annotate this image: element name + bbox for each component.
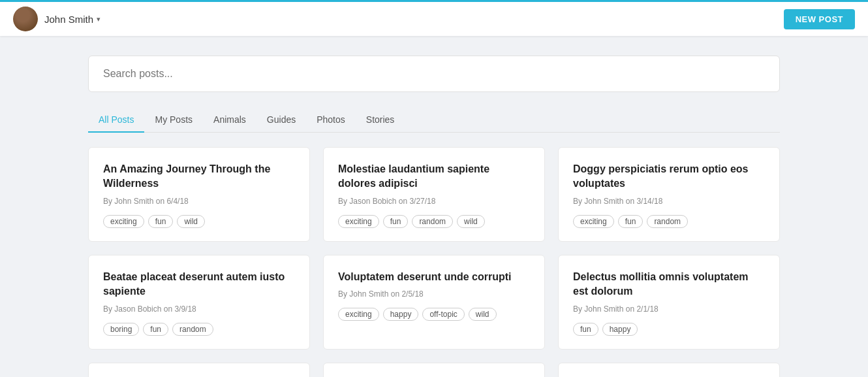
tag[interactable]: wild (469, 308, 497, 321)
tag[interactable]: wild (177, 215, 205, 228)
post-title: An Amazing Journey Through the Wildernes… (103, 162, 295, 191)
tab-guides[interactable]: Guides (256, 108, 306, 133)
username-dropdown[interactable]: John Smith ▾ (44, 14, 101, 25)
tag[interactable]: fun (143, 323, 168, 336)
post-meta: By John Smith on 2/1/18 (573, 304, 765, 314)
post-card[interactable]: Molestiae laudantium sapiente dolores ad… (323, 147, 545, 242)
tag[interactable]: random (172, 323, 213, 336)
tab-all-posts[interactable]: All Posts (88, 108, 144, 133)
post-title: Doggy perspiciatis rerum optio eos volup… (573, 162, 765, 191)
tag[interactable]: exciting (573, 215, 614, 228)
post-tags: excitinghappyoff-topicwild (338, 308, 530, 321)
post-tags: excitingfunrandom (573, 215, 765, 228)
post-tags: funhappy (573, 323, 765, 336)
post-card[interactable]: Beatae placeat deserunt autem iusto sapi… (88, 255, 310, 350)
post-card-placeholder (323, 363, 545, 377)
post-meta: By John Smith on 3/14/18 (573, 197, 765, 206)
post-card-placeholder (88, 363, 310, 377)
post-card[interactable]: An Amazing Journey Through the Wildernes… (88, 147, 310, 242)
post-tags: excitingfunwild (103, 215, 295, 228)
post-tags: boringfunrandom (103, 323, 295, 336)
tag[interactable]: happy (383, 308, 419, 321)
tag[interactable]: exciting (103, 215, 144, 228)
post-meta: By Jason Bobich on 3/27/18 (338, 197, 530, 206)
tab-my-posts[interactable]: My Posts (144, 108, 203, 133)
post-card[interactable]: Voluptatem deserunt unde corruptiBy John… (323, 255, 545, 350)
post-card-placeholder (558, 363, 780, 377)
posts-grid-placeholder (88, 363, 780, 377)
app-header: John Smith ▾ NEW POST (0, 0, 868, 36)
tag[interactable]: fun (148, 215, 174, 228)
tab-photos[interactable]: Photos (306, 108, 356, 133)
search-input[interactable] (89, 56, 779, 91)
tag[interactable]: exciting (338, 308, 379, 321)
user-area: John Smith ▾ (13, 7, 101, 31)
post-meta: By John Smith on 2/5/18 (338, 289, 530, 299)
post-title: Beatae placeat deserunt autem iusto sapi… (103, 270, 295, 299)
post-title: Voluptatem deserunt unde corrupti (338, 270, 530, 284)
tag[interactable]: fun (573, 323, 598, 336)
tag[interactable]: exciting (338, 215, 379, 228)
tab-animals[interactable]: Animals (203, 108, 256, 133)
post-card[interactable]: Delectus mollitia omnis voluptatem est d… (558, 255, 780, 350)
tag[interactable]: boring (103, 323, 139, 336)
chevron-down-icon: ▾ (97, 15, 101, 24)
post-title: Delectus mollitia omnis voluptatem est d… (573, 270, 765, 299)
post-meta: By Jason Bobich on 3/9/18 (103, 304, 295, 314)
main-content: All PostsMy PostsAnimalsGuidesPhotosStor… (75, 36, 793, 377)
post-card[interactable]: Doggy perspiciatis rerum optio eos volup… (558, 147, 780, 242)
tag[interactable]: random (647, 215, 688, 228)
new-post-button[interactable]: NEW POST (784, 9, 855, 29)
tab-stories[interactable]: Stories (356, 108, 405, 133)
search-container (88, 56, 780, 92)
post-meta: By John Smith on 6/4/18 (103, 197, 295, 206)
tabs-bar: All PostsMy PostsAnimalsGuidesPhotosStor… (88, 108, 780, 133)
avatar[interactable] (13, 7, 38, 31)
username-label: John Smith (44, 14, 93, 25)
tag[interactable]: fun (383, 215, 409, 228)
tag[interactable]: fun (618, 215, 643, 228)
posts-grid: An Amazing Journey Through the Wildernes… (88, 147, 780, 350)
tag[interactable]: random (412, 215, 453, 228)
tag[interactable]: wild (457, 215, 485, 228)
post-title: Molestiae laudantium sapiente dolores ad… (338, 162, 530, 191)
post-tags: excitingfunrandomwild (338, 215, 530, 228)
tag[interactable]: happy (602, 323, 638, 336)
tag[interactable]: off-topic (422, 308, 464, 321)
